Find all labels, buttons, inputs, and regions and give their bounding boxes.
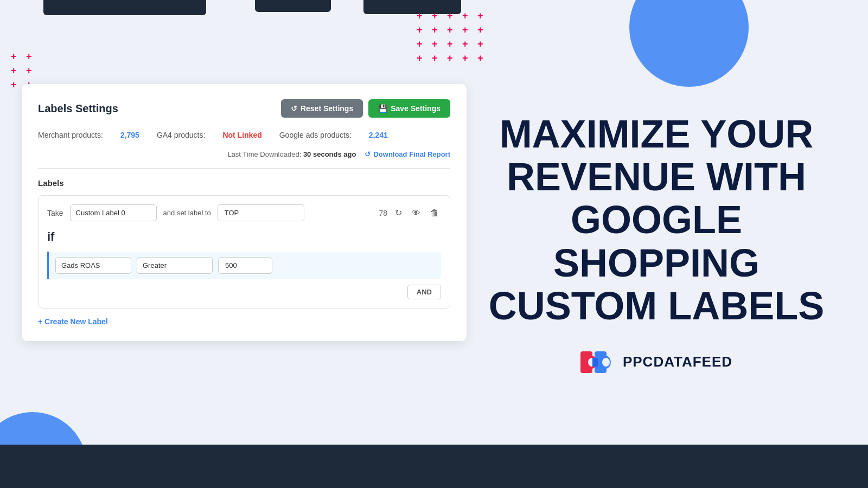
download-final-report-button[interactable]: ↺ Download Final Report (365, 150, 450, 158)
reset-icon: ↺ (291, 104, 297, 113)
panel-title: Labels Settings (38, 102, 118, 115)
and-button[interactable]: AND (407, 285, 441, 299)
rule-top-row: Take Custom Label 0 Custom Label 1 Custo… (47, 204, 441, 221)
delete-icon: 🗑 (430, 208, 439, 218)
panel-header: Labels Settings ↺ Reset Settings 💾 Save … (38, 99, 450, 118)
take-label: Take (47, 209, 63, 217)
brand-name: PPCDATAFEED (623, 354, 732, 370)
eye-button[interactable]: 👁 (410, 206, 423, 220)
and-button-row: AND (47, 285, 441, 299)
delete-rule-button[interactable]: 🗑 (428, 206, 441, 220)
brand-row: PPCDATAFEED (580, 349, 732, 375)
ga4-products-label: GA4 products: (157, 131, 206, 139)
condition-value-input[interactable] (218, 257, 272, 274)
section-divider (38, 168, 450, 169)
reset-settings-button[interactable]: ↺ Reset Settings (281, 99, 363, 118)
ga4-products-value: Not Linked (222, 131, 261, 139)
metrics-row: Merchant products: 2,795 GA4 products: N… (38, 131, 450, 139)
eye-icon: 👁 (412, 208, 420, 218)
create-new-label-button[interactable]: + Create New Label (38, 317, 108, 326)
rule-count: 78 (379, 209, 387, 217)
labels-section-title: Labels (38, 178, 450, 188)
brand-logo (580, 349, 615, 375)
google-ads-label: Google ads products: (279, 131, 352, 139)
condition-field-wrapper: Gads ROAS Revenue Clicks Impressions CPC (55, 257, 131, 274)
right-panel: MAXIMIZE YOUR REVENUE WITH GOOGLE SHOPPI… (445, 0, 868, 488)
rule-actions: 78 ↻ 👁 🗑 (379, 206, 441, 220)
save-settings-button[interactable]: 💾 Save Settings (368, 99, 450, 118)
operator-select[interactable]: Greater Less Equal Not Equal (137, 257, 213, 274)
label-value-input[interactable] (218, 204, 304, 221)
condition-row: Gads ROAS Revenue Clicks Impressions CPC… (47, 252, 441, 279)
operator-wrapper: Greater Less Equal Not Equal (137, 257, 213, 274)
refresh-rule-button[interactable]: ↻ (393, 206, 404, 220)
refresh-icon: ↻ (395, 208, 402, 218)
save-icon: 💾 (378, 104, 387, 113)
merchant-products-value: 2,795 (120, 131, 139, 139)
and-set-label: and set label to (163, 209, 211, 217)
if-label: if (47, 230, 441, 244)
merchant-products-label: Merchant products: (38, 131, 103, 139)
google-ads-value: 2,241 (369, 131, 388, 139)
condition-field-select[interactable]: Gads ROAS Revenue Clicks Impressions CPC (55, 257, 131, 274)
label-rule-card: Take Custom Label 0 Custom Label 1 Custo… (38, 195, 450, 309)
svg-rect-6 (592, 358, 598, 367)
last-downloaded-text: Last Time Downloaded: 30 seconds ago (227, 150, 356, 158)
svg-rect-5 (602, 358, 610, 367)
custom-label-wrapper: Custom Label 0 Custom Label 1 Custom Lab… (70, 204, 157, 221)
download-icon: ↺ (365, 150, 371, 158)
header-buttons: ↺ Reset Settings 💾 Save Settings (281, 99, 450, 118)
download-row: Last Time Downloaded: 30 seconds ago ↺ D… (38, 150, 450, 158)
custom-label-select[interactable]: Custom Label 0 Custom Label 1 Custom Lab… (70, 204, 157, 221)
labels-settings-panel: Labels Settings ↺ Reset Settings 💾 Save … (22, 84, 467, 341)
headline: MAXIMIZE YOUR REVENUE WITH GOOGLE SHOPPI… (467, 113, 846, 328)
